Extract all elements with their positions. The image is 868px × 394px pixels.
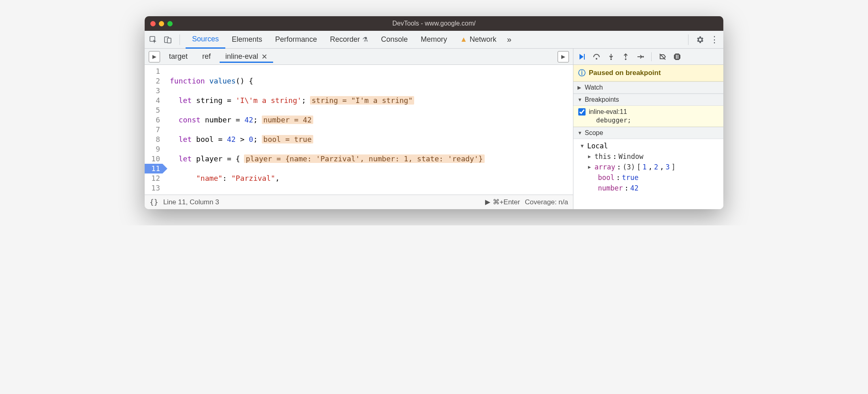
minimize-window-button[interactable]: [159, 21, 164, 26]
chevron-right-icon: ▶: [577, 85, 582, 90]
step-out-button[interactable]: [620, 51, 631, 62]
editor-pane: ▶ target ref inline-eval✕ ▶ 1 2 3 4 5 6 …: [145, 49, 573, 209]
line-number[interactable]: 13: [145, 183, 162, 193]
cursor-position: Line 11, Column 3: [163, 198, 219, 206]
file-tab-ref[interactable]: ref: [197, 51, 216, 62]
line-number[interactable]: 7: [145, 125, 162, 135]
svg-point-4: [596, 58, 597, 60]
tab-memory[interactable]: Memory: [414, 31, 453, 49]
navigator-toggle-icon[interactable]: ▶: [149, 51, 160, 62]
coverage-status: Coverage: n/a: [525, 198, 568, 206]
tab-performance[interactable]: Performance: [269, 31, 323, 49]
inline-hint: string = "I'm a string": [310, 96, 414, 105]
file-tabbar: ▶ target ref inline-eval✕ ▶: [145, 49, 573, 65]
inline-hint: player = {name: 'Parzival', number: 1, s…: [244, 154, 484, 163]
chevron-down-icon: ▼: [581, 141, 586, 151]
line-number[interactable]: 6: [145, 115, 162, 125]
more-menu-icon[interactable]: ⋮: [709, 34, 720, 45]
svg-point-6: [625, 58, 626, 60]
chevron-right-icon: ▶: [588, 151, 593, 162]
tab-recorder[interactable]: Recorder⚗: [323, 31, 374, 49]
inline-hint: number = 42: [262, 116, 313, 124]
run-snippet-button[interactable]: ▶ ⌘+Enter: [485, 198, 520, 206]
chevron-right-icon: ▶: [588, 162, 593, 172]
scope-local-header[interactable]: ▼Local: [577, 141, 723, 151]
settings-icon[interactable]: [694, 34, 706, 45]
scope-var-array[interactable]: ▶array: (3) [1, 2, 3]: [577, 162, 723, 172]
line-gutter: 1 2 3 4 5 6 7 8 9 10 11 12 13 14: [145, 65, 167, 195]
separator: [651, 52, 652, 61]
pretty-print-icon[interactable]: {}: [150, 198, 158, 206]
tabs-overflow-button[interactable]: »: [503, 35, 515, 44]
titlebar: DevTools - www.google.com/: [145, 16, 723, 31]
window-controls: [150, 21, 173, 26]
scope-var-number[interactable]: number: 42: [577, 183, 723, 193]
tab-sources[interactable]: Sources: [186, 31, 225, 49]
scope-var-this[interactable]: ▶this: Window: [577, 151, 723, 162]
debugger-sidebar: ⓘ Paused on breakpoint ▶Watch ▼Breakpoin…: [573, 49, 723, 209]
svg-rect-3: [584, 54, 585, 60]
code-editor[interactable]: 1 2 3 4 5 6 7 8 9 10 11 12 13 14 functio…: [145, 65, 573, 195]
svg-rect-2: [167, 38, 171, 43]
close-file-icon[interactable]: ✕: [261, 52, 267, 61]
chevron-down-icon: ▼: [577, 97, 582, 103]
separator: [688, 34, 688, 45]
code-body[interactable]: function values() { let string = 'I\'m a…: [167, 65, 573, 195]
watch-section-header[interactable]: ▶Watch: [573, 81, 723, 94]
svg-rect-9: [678, 55, 678, 59]
warning-icon: ▲: [460, 35, 467, 44]
line-number[interactable]: 10: [145, 154, 162, 164]
svg-rect-8: [676, 55, 677, 59]
scope-var-bool[interactable]: bool: true: [577, 172, 723, 183]
breakpoint-checkbox[interactable]: [578, 108, 586, 116]
deactivate-breakpoints-button[interactable]: [657, 51, 668, 62]
experiment-icon: ⚗: [362, 36, 368, 43]
breakpoints-section-header[interactable]: ▼Breakpoints: [573, 94, 723, 106]
panel-tabs: Sources Elements Performance Recorder⚗ C…: [186, 31, 682, 49]
step-into-button[interactable]: [606, 51, 616, 62]
scope-section-header[interactable]: ▼Scope: [573, 127, 723, 139]
step-over-button[interactable]: [591, 51, 602, 62]
line-number[interactable]: 8: [145, 135, 162, 144]
device-toolbar-icon[interactable]: [162, 34, 173, 45]
tab-console[interactable]: Console: [374, 31, 414, 49]
breakpoint-location: inline-eval:11: [589, 108, 627, 116]
debugger-toolbar: [573, 49, 723, 65]
line-number[interactable]: 5: [145, 105, 162, 115]
window-title: DevTools - www.google.com/: [145, 20, 723, 27]
editor-statusbar: {} Line 11, Column 3 ▶ ⌘+Enter Coverage:…: [145, 195, 573, 209]
line-number[interactable]: 3: [145, 86, 162, 96]
svg-point-7: [642, 56, 644, 58]
tab-elements[interactable]: Elements: [225, 31, 269, 49]
step-button[interactable]: [635, 51, 646, 62]
line-number[interactable]: 9: [145, 144, 162, 154]
info-icon: ⓘ: [578, 68, 586, 78]
pause-on-exceptions-button[interactable]: [672, 51, 682, 62]
line-number[interactable]: 1: [145, 66, 162, 76]
close-window-button[interactable]: [150, 21, 156, 26]
separator: [180, 34, 180, 45]
paused-banner: ⓘ Paused on breakpoint: [573, 65, 723, 81]
debugger-toggle-icon[interactable]: ▶: [558, 51, 569, 62]
line-number-exec[interactable]: 11: [145, 164, 162, 173]
resume-button[interactable]: [577, 51, 587, 62]
inline-hint: bool = true: [262, 135, 313, 143]
main-area: ▶ target ref inline-eval✕ ▶ 1 2 3 4 5 6 …: [145, 49, 723, 209]
maximize-window-button[interactable]: [167, 21, 173, 26]
breakpoint-code: debugger;: [578, 116, 719, 124]
scope-body: ▼Local ▶this: Window ▶array: (3) [1, 2, …: [573, 139, 723, 195]
chevron-down-icon: ▼: [577, 130, 582, 136]
svg-point-5: [610, 58, 612, 60]
tab-network[interactable]: ▲Network: [453, 31, 503, 49]
inspect-element-icon[interactable]: [148, 34, 158, 45]
devtools-window: DevTools - www.google.com/ Sources Eleme…: [145, 16, 723, 209]
file-tab-target[interactable]: target: [163, 51, 193, 62]
line-number[interactable]: 2: [145, 76, 162, 86]
line-number[interactable]: 4: [145, 96, 162, 105]
file-tab-inline-eval[interactable]: inline-eval✕: [220, 51, 273, 63]
breakpoint-item[interactable]: inline-eval:11 debugger;: [573, 106, 723, 127]
line-number[interactable]: 12: [145, 173, 162, 183]
panel-tabbar: Sources Elements Performance Recorder⚗ C…: [145, 31, 723, 49]
